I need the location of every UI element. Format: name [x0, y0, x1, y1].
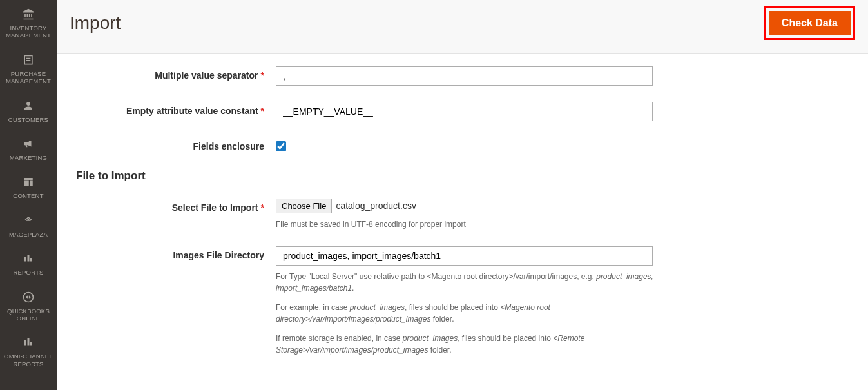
sidebar-item-customers[interactable]: CUSTOMERS [0, 92, 57, 130]
sidebar-item-label: MARKETING [10, 154, 47, 161]
document-icon [22, 52, 35, 68]
form-content: Multiple value separator* Empty attribut… [57, 54, 868, 385]
section-title-file-import: File to Import [76, 170, 849, 182]
sidebar-item-label: INVENTORY MANAGEMENT [3, 24, 54, 39]
help-images-dir: For Type "Local Server" use relative pat… [276, 271, 662, 356]
roof-icon [21, 213, 35, 228]
required-marker: * [261, 70, 264, 81]
images-dir-input[interactable] [276, 246, 653, 266]
sidebar-item-reports[interactable]: REPORTS [0, 244, 57, 282]
qb-icon [22, 289, 35, 305]
label-multiple-value-separator: Multiple value separator* [76, 66, 276, 81]
label-images-dir: Images File Directory [76, 246, 276, 260]
row-select-file: Select File to Import* Choose Filecatalo… [76, 199, 849, 230]
sidebar-item-label: QUICKBOOKS ONLINE [3, 307, 54, 322]
main-content: Import Check Data Multiple value separat… [57, 0, 868, 390]
sidebar-item-mageplaza[interactable]: MAGEPLAZA [0, 206, 57, 244]
sidebar-item-content[interactable]: CONTENT [0, 168, 57, 206]
row-fields-enclosure: Fields enclosure [76, 137, 849, 153]
help-select-file: File must be saved in UTF-8 encoding for… [276, 219, 662, 230]
svg-point-0 [24, 292, 34, 302]
fields-enclosure-checkbox[interactable] [276, 141, 286, 151]
building-icon [21, 6, 35, 22]
sidebar-item-label: CONTENT [13, 192, 43, 199]
choose-file-button[interactable]: Choose File [276, 199, 332, 213]
row-images-dir: Images File Directory For Type "Local Se… [76, 246, 849, 356]
layout-icon [22, 174, 35, 190]
sidebar-item-label: PURCHASE MANAGEMENT [3, 70, 54, 85]
sidebar-item-label: MAGEPLAZA [9, 231, 48, 238]
sidebar-item-quickbooks[interactable]: QUICKBOOKS ONLINE [0, 283, 57, 329]
chart-icon [22, 335, 35, 350]
multiple-value-separator-input[interactable] [276, 66, 653, 86]
label-select-file: Select File to Import* [76, 199, 276, 213]
megaphone-icon [21, 136, 35, 151]
sidebar-item-omni[interactable]: OMNI-CHANNEL REPORTS [0, 328, 57, 374]
check-data-button[interactable]: Check Data [769, 11, 851, 35]
sidebar-item-inventory[interactable]: INVENTORY MANAGEMENT [0, 0, 57, 46]
sidebar-item-label: OMNI-CHANNEL REPORTS [3, 353, 54, 367]
sidebar: INVENTORY MANAGEMENT PURCHASE MANAGEMENT… [0, 0, 57, 390]
check-data-highlight: Check Data [764, 6, 855, 40]
required-marker: * [261, 106, 264, 116]
empty-attribute-input[interactable] [276, 102, 653, 121]
page-header: Import Check Data [57, 0, 868, 54]
required-marker: * [261, 202, 264, 213]
chart-icon [22, 251, 35, 266]
sidebar-item-label: CUSTOMERS [8, 116, 48, 123]
row-empty-attribute: Empty attribute value constant* [76, 102, 849, 121]
label-fields-enclosure: Fields enclosure [76, 137, 276, 151]
sidebar-item-purchase[interactable]: PURCHASE MANAGEMENT [0, 46, 57, 92]
person-icon [23, 98, 34, 113]
row-multiple-value-separator: Multiple value separator* [76, 66, 849, 86]
sidebar-item-label: REPORTS [13, 269, 43, 276]
sidebar-item-marketing[interactable]: MARKETING [0, 130, 57, 168]
label-empty-attribute: Empty attribute value constant* [76, 102, 276, 116]
selected-filename: catalog_product.csv [336, 200, 416, 211]
page-title: Import [70, 13, 121, 34]
